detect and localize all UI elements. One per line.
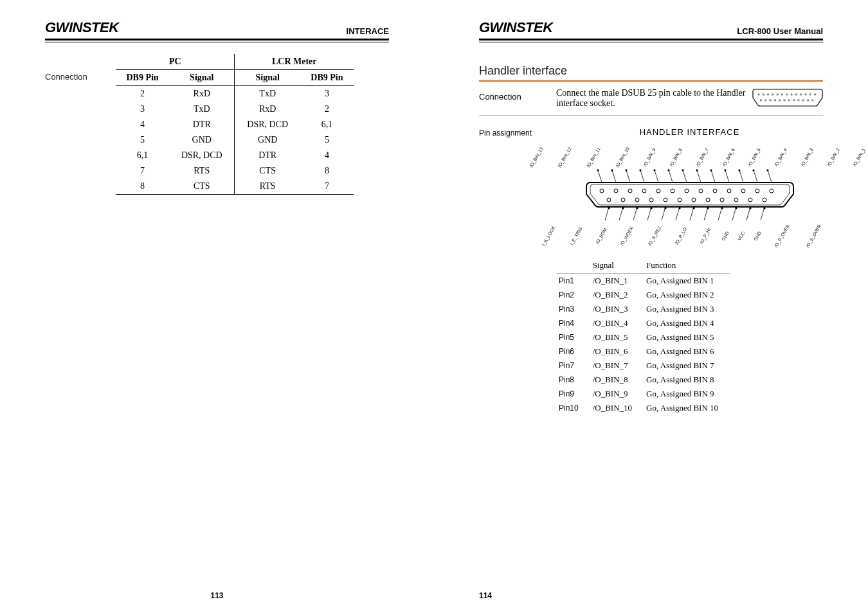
pin-label: /O_BIN_4 bbox=[759, 139, 788, 167]
table-cell: Pin6 bbox=[556, 344, 590, 359]
pin-label: /O_BIN_5 bbox=[732, 139, 761, 167]
table-cell: TxD bbox=[169, 102, 235, 117]
table-row: Pin3/O_BIN_3Go, Assigned BIN 3 bbox=[556, 302, 730, 316]
table-cell: CTS bbox=[169, 179, 235, 195]
svg-point-61 bbox=[741, 189, 745, 193]
table-cell: Pin10 bbox=[556, 401, 590, 415]
svg-point-87 bbox=[678, 208, 680, 209]
col-header: DB9 Pin bbox=[300, 70, 354, 86]
table-cell: 5 bbox=[116, 132, 169, 148]
svg-point-13 bbox=[760, 100, 761, 101]
table-cell: Go, Assigned BIN 5 bbox=[644, 330, 730, 344]
table-cell: Go, Assigned BIN 8 bbox=[644, 373, 730, 387]
svg-point-21 bbox=[798, 100, 799, 101]
svg-point-26 bbox=[597, 170, 598, 171]
table-row: 3TxDRxD2 bbox=[116, 102, 354, 117]
svg-point-68 bbox=[664, 198, 667, 202]
svg-point-91 bbox=[707, 208, 708, 209]
table-cell: 4 bbox=[116, 117, 169, 132]
table-row: 6,1DSR, DCDDTR4 bbox=[116, 148, 354, 163]
header-title-left: INTERACE bbox=[347, 26, 389, 36]
table-cell: Pin1 bbox=[556, 274, 590, 289]
handler-interface-title: HANDLER INTERFACE bbox=[556, 127, 823, 137]
connection-text: Connect the male DSUB 25 pin cable to th… bbox=[556, 88, 752, 109]
pin-label: /O_BIN_3 bbox=[785, 139, 814, 167]
table-row: 7RTSCTS8 bbox=[116, 163, 354, 179]
table-row: Pin6/O_BIN_6Go, Assigned BIN 6 bbox=[556, 344, 730, 359]
pin-label: I_E_TRIG bbox=[569, 226, 598, 254]
col-header: Signal bbox=[235, 70, 300, 86]
svg-point-53 bbox=[628, 189, 632, 193]
connection-table: PC LCR Meter DB9 Pin Signal Signal DB9 P… bbox=[116, 54, 354, 195]
svg-point-59 bbox=[713, 189, 717, 193]
svg-point-0 bbox=[758, 94, 759, 95]
table-row: 2RxDTxD3 bbox=[116, 86, 354, 102]
pin-label: /O_BIN_8 bbox=[654, 139, 683, 167]
table-cell: /O_BIN_10 bbox=[590, 401, 644, 415]
svg-point-85 bbox=[664, 208, 665, 209]
pin-assignment-label: Pin assignment bbox=[479, 127, 556, 138]
table-cell: Go, Assigned BIN 6 bbox=[644, 344, 730, 359]
svg-point-28 bbox=[611, 170, 612, 171]
table-cell: GND bbox=[235, 132, 300, 148]
table-cell: Go, Assigned BIN 2 bbox=[644, 288, 730, 302]
svg-point-22 bbox=[802, 100, 804, 101]
table-cell: Go, Assigned BIN 10 bbox=[644, 401, 730, 415]
svg-point-60 bbox=[727, 189, 731, 193]
svg-point-58 bbox=[699, 189, 703, 193]
table-cell: Pin2 bbox=[556, 288, 590, 302]
header-rule bbox=[479, 42, 823, 42]
table-row: Pin10/O_BIN_10Go, Assigned BIN 10 bbox=[556, 401, 730, 415]
table-cell: Go, Assigned BIN 3 bbox=[644, 302, 730, 316]
svg-point-44 bbox=[724, 170, 725, 171]
page-right: GWINSTEK LCR-800 User Manual Handler int… bbox=[434, 0, 868, 613]
table-cell: GND bbox=[169, 132, 235, 148]
svg-point-97 bbox=[749, 208, 750, 209]
table-cell: Pin8 bbox=[556, 373, 590, 387]
svg-point-16 bbox=[774, 100, 775, 101]
svg-point-32 bbox=[639, 170, 640, 171]
svg-point-57 bbox=[685, 189, 689, 193]
connection-label: Connection bbox=[479, 88, 556, 109]
pin-label: /O_BIN_11 bbox=[571, 138, 601, 168]
table-cell: /O_BIN_3 bbox=[590, 302, 644, 316]
table-cell: Pin9 bbox=[556, 387, 590, 401]
svg-point-67 bbox=[649, 198, 653, 202]
pin-label: /O_BIN_7 bbox=[680, 139, 709, 167]
svg-point-50 bbox=[766, 170, 768, 171]
table-cell: /O_BIN_1 bbox=[590, 274, 644, 289]
page-number-left: 113 bbox=[45, 591, 389, 600]
pin-label: /O_BIN_10 bbox=[600, 138, 630, 168]
table-row: 8CTSRTS7 bbox=[116, 179, 354, 195]
table-cell: 5 bbox=[300, 132, 354, 148]
svg-line-41 bbox=[711, 170, 715, 182]
table-cell: 4 bbox=[300, 148, 354, 163]
svg-point-83 bbox=[650, 208, 651, 209]
svg-point-36 bbox=[667, 170, 669, 171]
table-cell: /O_BIN_6 bbox=[590, 344, 644, 359]
page-number-right: 114 bbox=[479, 591, 823, 600]
svg-line-43 bbox=[725, 170, 729, 182]
svg-point-51 bbox=[600, 189, 604, 193]
svg-point-46 bbox=[738, 170, 739, 171]
connection-label: Connection bbox=[45, 54, 116, 82]
table-cell: RTS bbox=[235, 179, 300, 195]
svg-point-99 bbox=[763, 208, 764, 209]
table-cell: 8 bbox=[300, 163, 354, 179]
svg-point-75 bbox=[763, 198, 766, 202]
table-cell: Go, Assigned BIN 1 bbox=[644, 274, 730, 289]
connection-block: Connection Connect the male DSUB 25 pin … bbox=[479, 88, 823, 116]
table-cell: Pin4 bbox=[556, 316, 590, 330]
table-cell: Pin5 bbox=[556, 330, 590, 344]
svg-point-5 bbox=[781, 94, 782, 95]
svg-point-71 bbox=[706, 198, 710, 202]
svg-point-12 bbox=[814, 94, 815, 95]
svg-point-52 bbox=[614, 189, 618, 193]
table-cell: Go, Assigned BIN 7 bbox=[644, 359, 730, 373]
table-cell: 6,1 bbox=[116, 148, 169, 163]
pin-label: I_K_LOCK bbox=[541, 226, 571, 255]
table-cell: 3 bbox=[116, 102, 169, 117]
svg-line-33 bbox=[655, 170, 658, 182]
svg-point-77 bbox=[608, 208, 609, 209]
table-row: Pin8/O_BIN_8Go, Assigned BIN 8 bbox=[556, 373, 730, 387]
